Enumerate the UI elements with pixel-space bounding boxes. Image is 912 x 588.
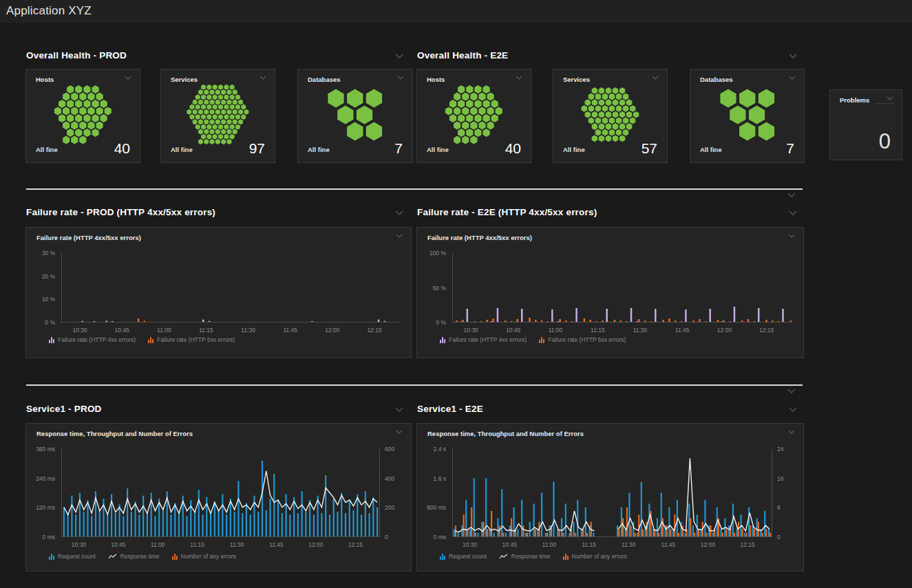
- chevron-down-icon[interactable]: [516, 76, 524, 81]
- entity-count: 40: [114, 140, 130, 157]
- honeycomb-chart: [161, 85, 275, 144]
- chart-legend: Failure rate (HTTP 4xx errors) Failure r…: [440, 336, 626, 343]
- health-tile-services-e2e[interactable]: Services All fine 57: [553, 69, 668, 163]
- top-bar: [0, 0, 912, 23]
- axis-tick-label: 10:45: [498, 327, 529, 334]
- chart-legend: Request count Response time Number of an…: [49, 553, 236, 560]
- chevron-down-icon[interactable]: [125, 76, 133, 81]
- tile-title: Services: [171, 76, 198, 83]
- chevron-down-icon[interactable]: [789, 54, 797, 59]
- honeycomb-chart: [553, 85, 667, 144]
- section-divider: [26, 188, 803, 190]
- axis-tick-label: 11:15: [191, 327, 222, 334]
- plot-area: [452, 253, 793, 323]
- section-divider: [26, 384, 803, 386]
- axis-tick-label: 11:45: [667, 327, 697, 334]
- axis-tick-label: 1.6 s: [417, 475, 446, 482]
- chevron-down-icon[interactable]: [788, 430, 796, 435]
- status-label: All fine: [427, 146, 449, 153]
- chart-title: Response time, Throughput and Number of …: [427, 430, 584, 437]
- chevron-down-icon[interactable]: [395, 210, 403, 216]
- axis-tick-label: 11:00: [142, 541, 173, 548]
- axis-tick-label: 0 ms: [417, 534, 446, 541]
- chart-tile-service1-e2e[interactable]: Response time, Throughput and Number of …: [416, 423, 804, 571]
- bar-chart-icon: [440, 554, 445, 560]
- health-tile-databases-e2e[interactable]: Databases All fine 7: [690, 69, 805, 163]
- axis-tick-label: 10:30: [456, 327, 486, 334]
- tile-title: Databases: [308, 76, 341, 83]
- legend-item[interactable]: Request count: [49, 553, 96, 560]
- chevron-down-icon[interactable]: [789, 76, 797, 81]
- chevron-down-icon[interactable]: [395, 54, 403, 59]
- chevron-down-icon[interactable]: [787, 193, 796, 198]
- chevron-down-icon[interactable]: [787, 389, 796, 394]
- chevron-down-icon[interactable]: [788, 234, 796, 239]
- axis-tick-label: 30 %: [26, 250, 55, 257]
- axis-tick-label: 10:30: [63, 541, 94, 548]
- tile-title: Hosts: [36, 76, 54, 83]
- axis-tick-label: 20 %: [26, 273, 55, 280]
- axis-tick-label: 10:30: [65, 327, 95, 334]
- axis-tick-label: 11:45: [275, 327, 306, 334]
- legend-item[interactable]: Response time: [499, 553, 551, 560]
- chevron-down-icon[interactable]: [652, 76, 660, 81]
- axis-tick-label: 800 ms: [417, 504, 446, 511]
- entity-count: 7: [786, 140, 794, 157]
- chevron-down-icon[interactable]: [789, 210, 797, 216]
- axis-tick-label: 10:45: [107, 327, 137, 334]
- health-tile-hosts-prod[interactable]: Hosts All fine 40: [25, 69, 140, 163]
- section-title-overall-health-e2e: Overall Health - E2E: [417, 50, 508, 61]
- legend-item[interactable]: Response time: [108, 553, 160, 560]
- axis-tick-label: 0 %: [26, 319, 55, 326]
- legend-item[interactable]: Failure rate (HTTP 5xx errors): [148, 336, 235, 343]
- chevron-down-icon[interactable]: [396, 234, 404, 239]
- legend-item[interactable]: Failure rate (HTTP 4xx errors): [440, 336, 527, 343]
- chevron-down-icon[interactable]: [789, 407, 797, 413]
- bar-chart-icon: [563, 554, 569, 560]
- legend-item[interactable]: Failure rate (HTTP 4xx errors): [49, 336, 136, 343]
- axis-tick-label: 11:15: [574, 541, 604, 548]
- chevron-down-icon[interactable]: [397, 76, 405, 81]
- axis-tick-label: 11:45: [653, 541, 683, 548]
- axis-tick-label: 11:30: [233, 327, 264, 334]
- axis-tick-label: 24: [777, 446, 800, 453]
- axis-tick-label: 11:00: [534, 541, 564, 548]
- axis-tick-label: 400: [385, 475, 408, 482]
- chevron-down-icon[interactable]: [259, 76, 268, 81]
- chart-tile-failure-prod[interactable]: Failure rate (HTTP 4xx/5xx errors) Failu…: [25, 227, 412, 358]
- axis-tick-label: 12:00: [317, 327, 348, 334]
- health-tile-databases-prod[interactable]: Databases All fine 7: [297, 69, 413, 163]
- honeycomb-chart: [417, 85, 531, 144]
- tile-title: Problems: [840, 96, 869, 104]
- status-label: All fine: [308, 146, 330, 153]
- axis-tick-label: 10:30: [455, 541, 485, 548]
- entity-count: 57: [641, 140, 657, 157]
- health-tile-services-prod[interactable]: Services All fine 97: [160, 69, 275, 163]
- axis-tick-label: 12:15: [359, 327, 390, 334]
- axis-tick-label: 11:00: [149, 327, 179, 334]
- status-label: All fine: [171, 146, 193, 153]
- legend-item[interactable]: Number of any errors: [172, 553, 236, 560]
- honeycomb-chart: [298, 85, 412, 144]
- chevron-down-icon[interactable]: [887, 96, 895, 102]
- status-label: All fine: [36, 146, 58, 153]
- axis-tick-label: 600: [385, 446, 408, 453]
- axis-tick-label: 11:30: [222, 541, 252, 548]
- chart-tile-failure-e2e[interactable]: Failure rate (HTTP 4xx/5xx errors) Failu…: [416, 227, 804, 358]
- axis-tick-label: 12:15: [340, 541, 370, 548]
- axis-tick-label: 0 %: [417, 319, 446, 326]
- problems-tile[interactable]: Problems 0: [829, 89, 902, 160]
- legend-item[interactable]: Number of any errors: [563, 553, 627, 560]
- chevron-down-icon[interactable]: [396, 430, 404, 435]
- legend-item[interactable]: Failure rate (HTTP 5xx errors): [539, 336, 626, 343]
- legend-item[interactable]: Request count: [440, 553, 487, 560]
- axis-tick-label: 120 ms: [26, 504, 55, 511]
- axis-tick-label: 11:30: [613, 541, 644, 548]
- line-chart-icon: [499, 554, 508, 560]
- chart-tile-service1-prod[interactable]: Response time, Throughput and Number of …: [25, 423, 412, 571]
- axis-tick-label: 0: [777, 534, 800, 541]
- chevron-down-icon[interactable]: [395, 407, 403, 413]
- axis-tick-label: 12:00: [710, 327, 740, 334]
- chart-title: Failure rate (HTTP 4xx/5xx errors): [427, 234, 532, 241]
- health-tile-hosts-e2e[interactable]: Hosts All fine 40: [416, 69, 531, 163]
